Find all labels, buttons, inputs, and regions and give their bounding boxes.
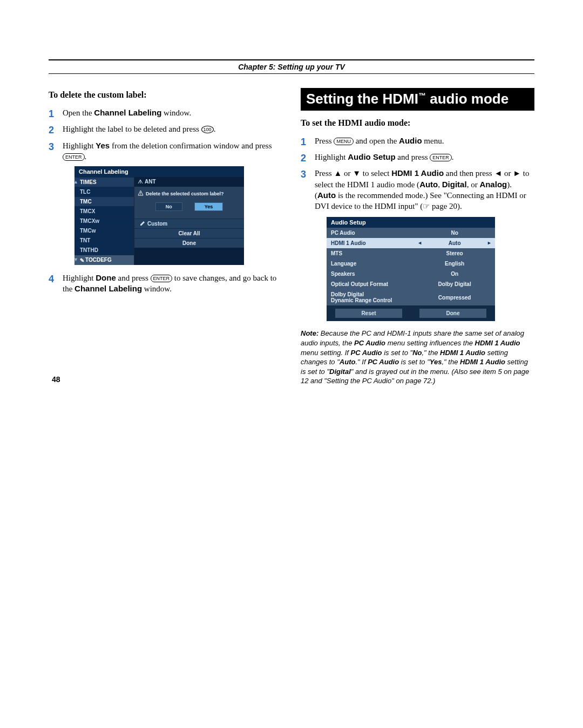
manual-page: Chapter 5: Setting up your TV To delete … (0, 0, 583, 407)
dialog-yes-button: Yes (194, 202, 223, 211)
dialog-text: Delete the selected custom label? (146, 191, 224, 196)
step-number: 1 (301, 135, 315, 148)
setting-label: MTS (327, 248, 414, 258)
step-number: 2 (49, 124, 63, 137)
right-column: Setting the HDMI™ audio mode To set the … (301, 88, 534, 386)
b: HDMI 1 Audio (460, 358, 505, 366)
step-body: Highlight Yes from the deletion confirma… (63, 140, 282, 162)
b: PC Audio (354, 339, 385, 347)
step-number: 3 (49, 140, 63, 153)
ui-term: Channel Labeling (74, 284, 142, 293)
dialog-message: Delete the selected custom label? (138, 190, 241, 197)
ui-term: Analog (479, 180, 507, 189)
text: . (85, 152, 87, 161)
step-2: 2 Highlight Audio Setup and press ENTER. (301, 152, 534, 165)
two-column-layout: To delete the custom label: 1 Open the C… (49, 88, 534, 386)
channel-row: TMCw (74, 226, 134, 235)
setting-label: Speakers (327, 269, 414, 279)
pencil-icon (140, 221, 145, 226)
channel-label: TOCDEFG (85, 257, 112, 263)
text: menu. (422, 137, 444, 145)
note-paragraph: Note: Because the PC and HDMI-1 inputs s… (301, 329, 534, 385)
text: , or (467, 180, 480, 189)
text: window. (161, 108, 191, 117)
channel-labeling-screenshot: Channel Labeling TIMES TLC TMC TMCX TMCX… (74, 166, 244, 265)
ui-term: HDMI 1 Audio (391, 168, 444, 178)
left-column: To delete the custom label: 1 Open the C… (49, 88, 282, 386)
enter-button-icon: ENTER (63, 153, 85, 161)
t: menu setting influences the (385, 339, 475, 347)
setting-label: Language (327, 258, 414, 269)
ui-term: Auto (317, 190, 336, 200)
step-number: 3 (301, 168, 315, 181)
ui-term: Audio (399, 136, 422, 145)
step-body: Highlight the label to be deleted and pr… (63, 124, 282, 134)
text: Press (315, 137, 334, 145)
edit-icon: ✎ (80, 257, 85, 263)
channel-row-selected: TMC (74, 196, 134, 206)
ui-term: Auto (419, 180, 438, 189)
setting-label: HDMI 1 Audio (327, 238, 414, 248)
setting-value: Auto (414, 238, 495, 248)
clear-all-row: Clear All (134, 228, 244, 238)
b: Auto (340, 358, 356, 366)
setting-row: Dolby DigitalDynamic Range ControlCompre… (327, 289, 495, 305)
setting-label: Dolby DigitalDynamic Range Control (327, 289, 414, 305)
text: , (438, 180, 442, 189)
step-body: Press MENU and open the Audio menu. (315, 135, 534, 146)
channel-row: TNT (74, 235, 134, 245)
step-3: 3 Highlight Yes from the deletion confir… (49, 140, 282, 162)
t: is set to " (399, 358, 430, 366)
step-number: 1 (49, 107, 63, 120)
left-subheading: To delete the custom label: (49, 90, 282, 100)
text: from the deletion confirmation window an… (110, 141, 272, 150)
text: Highlight (315, 153, 348, 161)
text: and press (116, 274, 151, 282)
antenna-icon (138, 179, 143, 184)
channel-row: TMCX (74, 206, 134, 216)
b: HDMI 1 Audio (440, 349, 485, 357)
right-pane: ANT Delete the selected custom label? No… (134, 177, 244, 265)
title-post: audio mode (426, 91, 509, 107)
text: is the recommended mode.) See "Connectin… (315, 191, 526, 210)
channel-row: TMCXw (74, 216, 134, 226)
setting-row: PC AudioNo (327, 228, 495, 238)
b: PC Audio (368, 358, 399, 366)
hundred-button-icon: 100 (201, 126, 214, 133)
reset-button: Reset (335, 309, 402, 318)
text: and press (396, 153, 430, 161)
audio-setup-screenshot: Audio Setup PC AudioNoHDMI 1 AudioAutoMT… (327, 217, 495, 321)
done-button: Done (419, 309, 486, 318)
text: window. (142, 284, 172, 293)
command-rows: Custom Clear All Done (134, 219, 244, 248)
enter-button-icon: ENTER (430, 154, 452, 161)
setting-label: PC Audio (327, 228, 414, 238)
t: ." If (355, 358, 368, 366)
b: Digital (329, 368, 351, 376)
enter-button-icon: ENTER (151, 275, 173, 282)
ui-term: Channel Labeling (94, 108, 161, 117)
left-steps: 1 Open the Channel Labeling window. 2 Hi… (49, 107, 282, 162)
step-1: 1 Open the Channel Labeling window. (49, 107, 282, 120)
done-row: Done (134, 238, 244, 248)
text: . (452, 153, 454, 161)
section-title: Setting the HDMI™ audio mode (301, 88, 534, 111)
setting-value: No (414, 228, 495, 238)
step-1: 1 Press MENU and open the Audio menu. (301, 135, 534, 148)
text: Press ▲ or ▼ to select (315, 169, 391, 178)
title-pre: Setting the HDMI (306, 91, 418, 107)
dialog-no-button: No (155, 202, 182, 211)
step-body: Highlight Audio Setup and press ENTER. (315, 152, 534, 162)
b: HDMI 1 Audio (475, 339, 520, 347)
right-steps: 1 Press MENU and open the Audio menu. 2 … (301, 135, 534, 212)
text: Highlight the label to be deleted and pr… (63, 125, 201, 133)
step-body: Highlight Done and press ENTER to save c… (63, 273, 282, 295)
text: Open the (63, 108, 94, 117)
ui-term: Audio Setup (348, 152, 395, 161)
svg-rect-1 (140, 194, 141, 195)
osd-title: Audio Setup (327, 217, 495, 228)
osd-title: Channel Labeling (74, 166, 244, 177)
setting-row: Optical Output FormatDolby Digital (327, 279, 495, 289)
ui-term: Yes (96, 141, 110, 150)
channel-row: TIMES (74, 177, 134, 187)
